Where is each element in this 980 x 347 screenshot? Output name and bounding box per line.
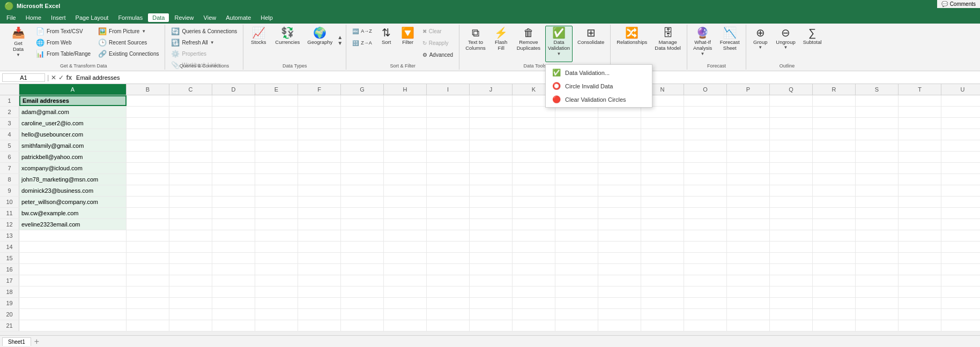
menu-automate[interactable]: Automate xyxy=(221,13,255,22)
cell-k5[interactable] xyxy=(513,140,555,151)
cell-h3[interactable] xyxy=(384,118,427,129)
cell-c13[interactable] xyxy=(169,230,212,241)
cell-n4[interactable] xyxy=(641,129,684,140)
cell-f8[interactable] xyxy=(298,174,341,185)
cell-q12[interactable] xyxy=(770,219,813,230)
cell-f5[interactable] xyxy=(298,140,341,151)
cell-f19[interactable] xyxy=(298,298,341,308)
cell-g9[interactable] xyxy=(341,185,384,196)
cell-k17[interactable] xyxy=(513,275,555,286)
cell-r17[interactable] xyxy=(813,275,856,286)
cell-p12[interactable] xyxy=(727,219,770,230)
cell-a19[interactable] xyxy=(19,298,127,308)
text-to-columns-button[interactable]: ⧉ Text to Columns xyxy=(463,26,488,62)
cell-s13[interactable] xyxy=(856,230,899,241)
cell-i19[interactable] xyxy=(427,298,470,308)
cell-b12[interactable] xyxy=(127,219,169,230)
cell-f7[interactable] xyxy=(298,163,341,174)
cell-q9[interactable] xyxy=(770,185,813,196)
cell-j5[interactable] xyxy=(470,140,513,151)
cell-e11[interactable] xyxy=(255,208,298,218)
cell-f12[interactable] xyxy=(298,219,341,230)
cell-i2[interactable] xyxy=(427,107,470,117)
cell-l5[interactable] xyxy=(555,140,598,151)
cell-d14[interactable] xyxy=(212,242,255,252)
cell-j8[interactable] xyxy=(470,174,513,185)
cell-e10[interactable] xyxy=(255,197,298,207)
cell-n11[interactable] xyxy=(641,208,684,218)
cell-b21[interactable] xyxy=(127,320,169,331)
cell-n20[interactable] xyxy=(641,309,684,320)
cell-m7[interactable] xyxy=(598,163,641,174)
cell-b11[interactable] xyxy=(127,208,169,218)
col-header-d[interactable]: D xyxy=(212,84,255,95)
cell-d20[interactable] xyxy=(212,309,255,320)
row-header-7[interactable]: 7 xyxy=(0,163,19,174)
from-picture-button[interactable]: 🖼️ From Picture ▼ xyxy=(95,26,161,36)
cell-m4[interactable] xyxy=(598,129,641,140)
cell-m6[interactable] xyxy=(598,152,641,162)
cell-j10[interactable] xyxy=(470,197,513,207)
cell-e12[interactable] xyxy=(255,219,298,230)
refresh-all-button[interactable]: 🔃 Refresh All ▼ xyxy=(168,37,240,48)
from-text-csv-button[interactable]: 📄 From Text/CSV xyxy=(33,26,93,36)
cell-e9[interactable] xyxy=(255,185,298,196)
cell-m15[interactable] xyxy=(598,253,641,263)
cell-f16[interactable] xyxy=(298,264,341,275)
row-header-9[interactable]: 9 xyxy=(0,185,19,196)
cell-m10[interactable] xyxy=(598,197,641,207)
row-header-17[interactable]: 17 xyxy=(0,275,19,286)
cell-e3[interactable] xyxy=(255,118,298,129)
cell-f21[interactable] xyxy=(298,320,341,331)
cell-n6[interactable] xyxy=(641,152,684,162)
cell-e18[interactable] xyxy=(255,286,298,297)
cell-p13[interactable] xyxy=(727,230,770,241)
cell-n15[interactable] xyxy=(641,253,684,263)
row-header-18[interactable]: 18 xyxy=(0,286,19,297)
cell-d8[interactable] xyxy=(212,174,255,185)
cell-r20[interactable] xyxy=(813,309,856,320)
cell-d11[interactable] xyxy=(212,208,255,218)
cell-h11[interactable] xyxy=(384,208,427,218)
cell-m17[interactable] xyxy=(598,275,641,286)
cell-o15[interactable] xyxy=(684,253,727,263)
cell-t14[interactable] xyxy=(899,242,941,252)
cell-b18[interactable] xyxy=(127,286,169,297)
cell-t21[interactable] xyxy=(899,320,941,331)
cell-r16[interactable] xyxy=(813,264,856,275)
cell-s21[interactable] xyxy=(856,320,899,331)
cell-a10[interactable]: peter_willson@company.com xyxy=(19,197,127,207)
cell-g8[interactable] xyxy=(341,174,384,185)
cell-f11[interactable] xyxy=(298,208,341,218)
row-header-3[interactable]: 3 xyxy=(0,118,19,129)
cell-j17[interactable] xyxy=(470,275,513,286)
row-header-14[interactable]: 14 xyxy=(0,242,19,252)
cell-i14[interactable] xyxy=(427,242,470,252)
cell-u1[interactable] xyxy=(941,95,980,106)
cell-u11[interactable] xyxy=(941,208,980,218)
cell-c11[interactable] xyxy=(169,208,212,218)
queries-connections-button[interactable]: 🔄 Queries & Connections xyxy=(168,26,240,36)
col-header-i[interactable]: I xyxy=(427,84,470,95)
cell-p4[interactable] xyxy=(727,129,770,140)
cell-j7[interactable] xyxy=(470,163,513,174)
cell-e8[interactable] xyxy=(255,174,298,185)
row-header-15[interactable]: 15 xyxy=(0,253,19,263)
cell-h17[interactable] xyxy=(384,275,427,286)
formula-insert-fn-icon[interactable]: fx xyxy=(66,74,72,81)
cell-s1[interactable] xyxy=(856,95,899,106)
cell-e17[interactable] xyxy=(255,275,298,286)
cell-c10[interactable] xyxy=(169,197,212,207)
cell-s11[interactable] xyxy=(856,208,899,218)
cell-h18[interactable] xyxy=(384,286,427,297)
menu-review[interactable]: Review xyxy=(170,13,198,22)
cell-q14[interactable] xyxy=(770,242,813,252)
row-header-16[interactable]: 16 xyxy=(0,264,19,275)
cell-i13[interactable] xyxy=(427,230,470,241)
cell-u18[interactable] xyxy=(941,286,980,297)
row-header-1[interactable]: 1 xyxy=(0,95,19,106)
cell-u3[interactable] xyxy=(941,118,980,129)
cell-h19[interactable] xyxy=(384,298,427,308)
cell-c12[interactable] xyxy=(169,219,212,230)
cell-b13[interactable] xyxy=(127,230,169,241)
